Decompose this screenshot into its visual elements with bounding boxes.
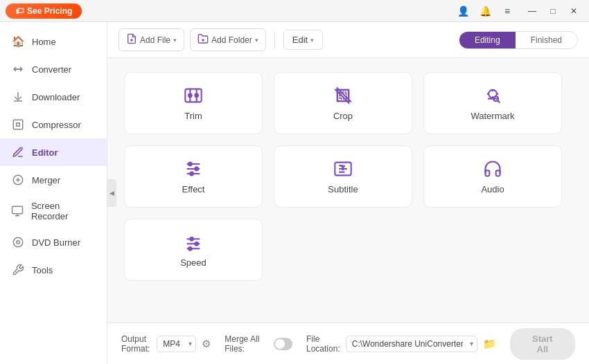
- home-icon: 🏠: [11, 35, 25, 48]
- watermark-label: Watermark: [471, 111, 514, 121]
- downloader-icon: [11, 90, 25, 104]
- sidebar-item-home[interactable]: 🏠 Home: [0, 28, 107, 55]
- tab-editing-label: Editing: [475, 35, 500, 45]
- output-format-field: Output Format: MP4 MKV AVI ⚙: [121, 334, 211, 354]
- sidebar-label-converter: Converter: [32, 64, 71, 75]
- add-file-icon: [126, 33, 137, 46]
- bell-icon[interactable]: 🔔: [475, 1, 495, 21]
- file-location-label: File Location:: [306, 334, 340, 354]
- svg-rect-20: [340, 92, 346, 98]
- sidebar-label-tools: Tools: [32, 265, 53, 275]
- minimize-button[interactable]: —: [522, 1, 542, 21]
- start-all-label: Start All: [532, 334, 553, 354]
- dvd-burner-icon: [11, 235, 25, 249]
- title-bar: 🏷 See Pricing 👤 🔔 ≡ — □ ✕: [0, 0, 589, 22]
- sidebar-item-converter[interactable]: Converter: [0, 55, 107, 83]
- tab-editing[interactable]: Editing: [459, 32, 516, 48]
- add-folder-label: Add Folder: [211, 35, 252, 45]
- svg-point-13: [195, 93, 198, 97]
- svg-point-4: [17, 241, 20, 244]
- start-all-button[interactable]: Start All: [510, 328, 575, 360]
- file-location-select-wrap[interactable]: C:\Wondershare UniConverter 1: [346, 336, 477, 352]
- trim-card[interactable]: Trim: [124, 72, 263, 134]
- svg-point-38: [188, 247, 192, 251]
- add-folder-dropdown-icon: ▾: [255, 37, 258, 44]
- sidebar-label-screen-recorder: Screen Recorder: [31, 201, 96, 221]
- sidebar-item-editor[interactable]: Editor: [0, 138, 107, 166]
- effect-label: Effect: [182, 184, 204, 194]
- output-format-label: Output Format:: [121, 334, 151, 354]
- toolbar-separator: [274, 32, 275, 48]
- merge-all-files-toggle[interactable]: [274, 338, 292, 350]
- audio-card[interactable]: Audio: [423, 145, 562, 208]
- toolbar: Add File ▾ Add Folder ▾ Edit ▾ Editing: [107, 22, 589, 58]
- close-button[interactable]: ✕: [564, 1, 583, 21]
- subtitle-card[interactable]: T Subtitle: [274, 145, 412, 208]
- compressor-icon: [11, 118, 25, 131]
- maximize-button[interactable]: □: [543, 1, 563, 21]
- trim-label: Trim: [184, 111, 202, 121]
- output-format-select[interactable]: MP4 MKV AVI: [157, 336, 196, 352]
- see-pricing-button[interactable]: 🏷 See Pricing: [6, 3, 82, 19]
- subtitle-label: Subtitle: [328, 184, 358, 194]
- sidebar-item-dvd-burner[interactable]: DVD Burner: [0, 228, 107, 256]
- settings-icon[interactable]: ⚙: [202, 338, 211, 350]
- add-file-dropdown-icon: ▾: [173, 37, 177, 44]
- screen-recorder-icon: [11, 204, 24, 218]
- sidebar-item-compressor[interactable]: Compressor: [0, 111, 107, 138]
- tab-finished-label: Finished: [531, 35, 562, 45]
- crop-label: Crop: [333, 111, 353, 121]
- sidebar-item-tools[interactable]: Tools: [0, 256, 107, 284]
- title-bar-left: 🏷 See Pricing: [6, 3, 82, 19]
- tab-finished[interactable]: Finished: [516, 32, 577, 48]
- collapse-sidebar-button[interactable]: ◀: [107, 179, 116, 207]
- tools-icon: [11, 263, 25, 277]
- bottom-bar: Output Format: MP4 MKV AVI ⚙ Merge All F…: [107, 322, 589, 364]
- svg-line-24: [498, 100, 500, 102]
- output-format-select-wrap[interactable]: MP4 MKV AVI: [157, 336, 196, 352]
- svg-point-3: [13, 237, 23, 247]
- speed-label: Speed: [180, 257, 206, 268]
- menu-icon[interactable]: ≡: [498, 1, 517, 21]
- add-file-label: Add File: [140, 35, 170, 45]
- svg-point-30: [190, 172, 193, 175]
- watermark-card[interactable]: Watermark: [423, 72, 562, 134]
- svg-point-36: [190, 237, 193, 241]
- merge-all-files-field: Merge All Files:: [225, 334, 292, 354]
- sidebar-label-dvd-burner: DVD Burner: [32, 237, 80, 248]
- sidebar-item-merger[interactable]: Merger: [0, 166, 107, 194]
- tab-group: Editing Finished: [459, 31, 578, 49]
- effect-card[interactable]: Effect: [124, 145, 263, 208]
- sidebar-item-screen-recorder[interactable]: Screen Recorder: [0, 194, 107, 228]
- svg-rect-2: [12, 206, 23, 214]
- sidebar-label-editor: Editor: [32, 147, 58, 158]
- sidebar-item-downloader[interactable]: Downloader: [0, 83, 107, 111]
- svg-rect-9: [185, 89, 201, 102]
- crop-card[interactable]: Crop: [274, 72, 412, 134]
- sidebar-label-compressor: Compressor: [32, 120, 81, 130]
- file-location-select[interactable]: C:\Wondershare UniConverter 1: [346, 336, 477, 352]
- speed-card[interactable]: Speed: [124, 219, 263, 281]
- window-controls: — □ ✕: [522, 1, 583, 21]
- sidebar: 🏠 Home Converter Downloader Compressor: [0, 22, 107, 364]
- svg-text:T: T: [342, 165, 345, 170]
- merger-icon: [11, 173, 25, 187]
- sidebar-label-merger: Merger: [32, 175, 60, 185]
- file-location-field: File Location: C:\Wondershare UniConvert…: [306, 334, 496, 354]
- svg-rect-0: [13, 120, 23, 129]
- sidebar-label-home: Home: [32, 37, 56, 47]
- sidebar-label-downloader: Downloader: [32, 92, 80, 102]
- content-area: ◀ Add File ▾ Add Folder ▾ Edit ▾: [107, 22, 589, 364]
- edit-label: Edit: [292, 35, 308, 45]
- merge-all-files-label: Merge All Files:: [225, 334, 267, 354]
- edit-dropdown[interactable]: Edit ▾: [283, 30, 323, 50]
- see-pricing-label: See Pricing: [27, 6, 72, 16]
- svg-point-37: [195, 242, 198, 246]
- folder-open-icon[interactable]: 📁: [483, 338, 496, 350]
- svg-point-28: [188, 162, 192, 165]
- add-file-button[interactable]: Add File ▾: [118, 28, 184, 51]
- add-folder-button[interactable]: Add Folder ▾: [190, 28, 266, 51]
- user-icon[interactable]: 👤: [453, 1, 473, 21]
- svg-point-12: [188, 93, 192, 97]
- edit-dropdown-icon: ▾: [310, 37, 314, 44]
